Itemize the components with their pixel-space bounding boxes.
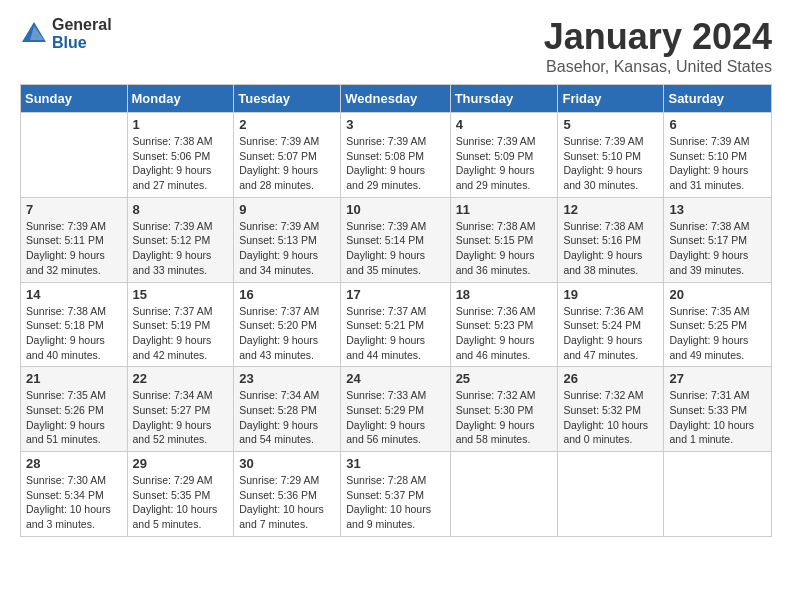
day-number: 2 — [239, 117, 335, 132]
day-info: Sunrise: 7:38 AM Sunset: 5:17 PM Dayligh… — [669, 219, 766, 278]
location-title: Basehor, Kansas, United States — [544, 58, 772, 76]
day-info: Sunrise: 7:39 AM Sunset: 5:11 PM Dayligh… — [26, 219, 122, 278]
day-info: Sunrise: 7:32 AM Sunset: 5:32 PM Dayligh… — [563, 388, 658, 447]
calendar-cell: 11Sunrise: 7:38 AM Sunset: 5:15 PM Dayli… — [450, 197, 558, 282]
day-number: 29 — [133, 456, 229, 471]
calendar-cell: 3Sunrise: 7:39 AM Sunset: 5:08 PM Daylig… — [341, 113, 450, 198]
calendar-table: SundayMondayTuesdayWednesdayThursdayFrid… — [20, 84, 772, 537]
day-info: Sunrise: 7:28 AM Sunset: 5:37 PM Dayligh… — [346, 473, 444, 532]
calendar-cell: 9Sunrise: 7:39 AM Sunset: 5:13 PM Daylig… — [234, 197, 341, 282]
day-info: Sunrise: 7:34 AM Sunset: 5:27 PM Dayligh… — [133, 388, 229, 447]
day-number: 26 — [563, 371, 658, 386]
calendar-cell: 7Sunrise: 7:39 AM Sunset: 5:11 PM Daylig… — [21, 197, 128, 282]
day-info: Sunrise: 7:38 AM Sunset: 5:16 PM Dayligh… — [563, 219, 658, 278]
day-info: Sunrise: 7:39 AM Sunset: 5:14 PM Dayligh… — [346, 219, 444, 278]
calendar-cell: 31Sunrise: 7:28 AM Sunset: 5:37 PM Dayli… — [341, 452, 450, 537]
day-info: Sunrise: 7:39 AM Sunset: 5:12 PM Dayligh… — [133, 219, 229, 278]
day-info: Sunrise: 7:36 AM Sunset: 5:23 PM Dayligh… — [456, 304, 553, 363]
calendar-cell: 6Sunrise: 7:39 AM Sunset: 5:10 PM Daylig… — [664, 113, 772, 198]
day-number: 7 — [26, 202, 122, 217]
day-info: Sunrise: 7:38 AM Sunset: 5:18 PM Dayligh… — [26, 304, 122, 363]
week-row-4: 21Sunrise: 7:35 AM Sunset: 5:26 PM Dayli… — [21, 367, 772, 452]
day-number: 11 — [456, 202, 553, 217]
day-info: Sunrise: 7:37 AM Sunset: 5:19 PM Dayligh… — [133, 304, 229, 363]
day-header-tuesday: Tuesday — [234, 85, 341, 113]
day-number: 19 — [563, 287, 658, 302]
day-info: Sunrise: 7:30 AM Sunset: 5:34 PM Dayligh… — [26, 473, 122, 532]
calendar-cell — [664, 452, 772, 537]
calendar-cell: 27Sunrise: 7:31 AM Sunset: 5:33 PM Dayli… — [664, 367, 772, 452]
calendar-cell: 2Sunrise: 7:39 AM Sunset: 5:07 PM Daylig… — [234, 113, 341, 198]
day-number: 8 — [133, 202, 229, 217]
logo-text: General Blue — [52, 16, 112, 51]
day-number: 13 — [669, 202, 766, 217]
day-header-thursday: Thursday — [450, 85, 558, 113]
day-number: 10 — [346, 202, 444, 217]
calendar-cell: 13Sunrise: 7:38 AM Sunset: 5:17 PM Dayli… — [664, 197, 772, 282]
day-info: Sunrise: 7:38 AM Sunset: 5:15 PM Dayligh… — [456, 219, 553, 278]
calendar-header: SundayMondayTuesdayWednesdayThursdayFrid… — [21, 85, 772, 113]
calendar-cell: 19Sunrise: 7:36 AM Sunset: 5:24 PM Dayli… — [558, 282, 664, 367]
calendar-cell: 15Sunrise: 7:37 AM Sunset: 5:19 PM Dayli… — [127, 282, 234, 367]
day-number: 3 — [346, 117, 444, 132]
day-header-monday: Monday — [127, 85, 234, 113]
day-header-saturday: Saturday — [664, 85, 772, 113]
week-row-5: 28Sunrise: 7:30 AM Sunset: 5:34 PM Dayli… — [21, 452, 772, 537]
day-header-row: SundayMondayTuesdayWednesdayThursdayFrid… — [21, 85, 772, 113]
calendar-cell: 5Sunrise: 7:39 AM Sunset: 5:10 PM Daylig… — [558, 113, 664, 198]
calendar-cell: 1Sunrise: 7:38 AM Sunset: 5:06 PM Daylig… — [127, 113, 234, 198]
logo: General Blue — [20, 16, 112, 51]
day-number: 16 — [239, 287, 335, 302]
day-info: Sunrise: 7:29 AM Sunset: 5:36 PM Dayligh… — [239, 473, 335, 532]
calendar-cell: 23Sunrise: 7:34 AM Sunset: 5:28 PM Dayli… — [234, 367, 341, 452]
calendar-body: 1Sunrise: 7:38 AM Sunset: 5:06 PM Daylig… — [21, 113, 772, 537]
day-number: 27 — [669, 371, 766, 386]
day-info: Sunrise: 7:35 AM Sunset: 5:26 PM Dayligh… — [26, 388, 122, 447]
calendar-cell: 24Sunrise: 7:33 AM Sunset: 5:29 PM Dayli… — [341, 367, 450, 452]
calendar-cell — [558, 452, 664, 537]
day-info: Sunrise: 7:39 AM Sunset: 5:10 PM Dayligh… — [563, 134, 658, 193]
day-number: 20 — [669, 287, 766, 302]
calendar-cell: 30Sunrise: 7:29 AM Sunset: 5:36 PM Dayli… — [234, 452, 341, 537]
day-number: 12 — [563, 202, 658, 217]
day-number: 14 — [26, 287, 122, 302]
day-info: Sunrise: 7:39 AM Sunset: 5:08 PM Dayligh… — [346, 134, 444, 193]
title-area: January 2024 Basehor, Kansas, United Sta… — [544, 16, 772, 76]
week-row-2: 7Sunrise: 7:39 AM Sunset: 5:11 PM Daylig… — [21, 197, 772, 282]
day-number: 31 — [346, 456, 444, 471]
calendar-cell: 28Sunrise: 7:30 AM Sunset: 5:34 PM Dayli… — [21, 452, 128, 537]
calendar-cell: 20Sunrise: 7:35 AM Sunset: 5:25 PM Dayli… — [664, 282, 772, 367]
calendar-cell: 21Sunrise: 7:35 AM Sunset: 5:26 PM Dayli… — [21, 367, 128, 452]
week-row-3: 14Sunrise: 7:38 AM Sunset: 5:18 PM Dayli… — [21, 282, 772, 367]
calendar-cell: 17Sunrise: 7:37 AM Sunset: 5:21 PM Dayli… — [341, 282, 450, 367]
day-info: Sunrise: 7:29 AM Sunset: 5:35 PM Dayligh… — [133, 473, 229, 532]
day-number: 28 — [26, 456, 122, 471]
month-title: January 2024 — [544, 16, 772, 58]
day-number: 24 — [346, 371, 444, 386]
day-number: 18 — [456, 287, 553, 302]
day-number: 21 — [26, 371, 122, 386]
calendar-cell — [450, 452, 558, 537]
calendar-cell: 25Sunrise: 7:32 AM Sunset: 5:30 PM Dayli… — [450, 367, 558, 452]
header: General Blue January 2024 Basehor, Kansa… — [20, 16, 772, 76]
day-header-sunday: Sunday — [21, 85, 128, 113]
calendar-cell: 22Sunrise: 7:34 AM Sunset: 5:27 PM Dayli… — [127, 367, 234, 452]
day-info: Sunrise: 7:39 AM Sunset: 5:10 PM Dayligh… — [669, 134, 766, 193]
calendar-cell: 10Sunrise: 7:39 AM Sunset: 5:14 PM Dayli… — [341, 197, 450, 282]
logo-general: General — [52, 16, 112, 34]
day-number: 9 — [239, 202, 335, 217]
day-number: 25 — [456, 371, 553, 386]
calendar-cell: 16Sunrise: 7:37 AM Sunset: 5:20 PM Dayli… — [234, 282, 341, 367]
day-number: 1 — [133, 117, 229, 132]
day-info: Sunrise: 7:39 AM Sunset: 5:13 PM Dayligh… — [239, 219, 335, 278]
day-info: Sunrise: 7:37 AM Sunset: 5:20 PM Dayligh… — [239, 304, 335, 363]
day-number: 5 — [563, 117, 658, 132]
day-info: Sunrise: 7:36 AM Sunset: 5:24 PM Dayligh… — [563, 304, 658, 363]
logo-icon — [20, 20, 48, 48]
day-number: 6 — [669, 117, 766, 132]
day-number: 22 — [133, 371, 229, 386]
day-number: 4 — [456, 117, 553, 132]
day-info: Sunrise: 7:31 AM Sunset: 5:33 PM Dayligh… — [669, 388, 766, 447]
calendar-cell: 29Sunrise: 7:29 AM Sunset: 5:35 PM Dayli… — [127, 452, 234, 537]
day-info: Sunrise: 7:37 AM Sunset: 5:21 PM Dayligh… — [346, 304, 444, 363]
